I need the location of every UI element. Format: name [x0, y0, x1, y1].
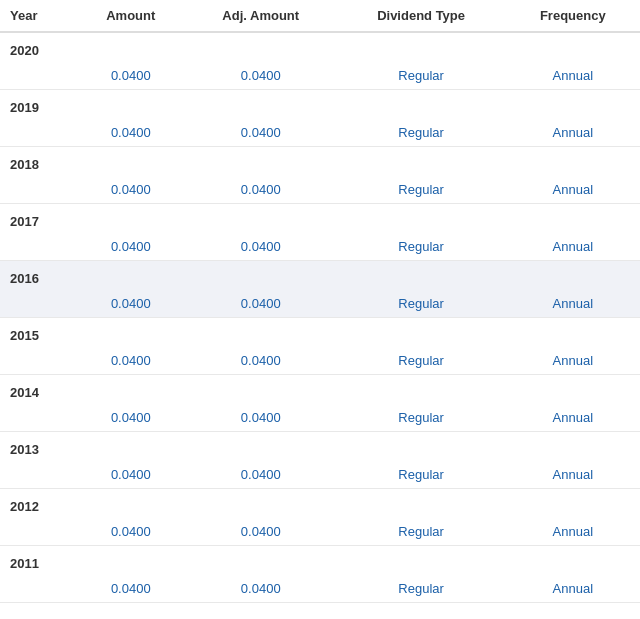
- table-year-row: 2015: [0, 318, 640, 348]
- year-type-empty: [337, 147, 506, 177]
- year-freq-empty: [506, 32, 640, 62]
- year-label: 2017: [0, 204, 77, 234]
- header-frequency: Frequency: [506, 0, 640, 32]
- data-dividend-type: Regular: [337, 518, 506, 546]
- table-row: 0.0400 0.0400 Regular Annual: [0, 404, 640, 432]
- data-year-cell: [0, 233, 77, 261]
- table-row: 0.0400 0.0400 Regular Annual: [0, 347, 640, 375]
- data-adj-amount: 0.0400: [185, 518, 337, 546]
- data-adj-amount: 0.0400: [185, 290, 337, 318]
- year-adj-empty: [185, 261, 337, 291]
- dividend-table: Year Amount Adj. Amount Dividend Type Fr…: [0, 0, 640, 603]
- table-row: 0.0400 0.0400 Regular Annual: [0, 290, 640, 318]
- year-adj-empty: [185, 90, 337, 120]
- data-amount: 0.0400: [77, 404, 185, 432]
- year-freq-empty: [506, 432, 640, 462]
- year-amount-empty: [77, 432, 185, 462]
- header-adj-amount: Adj. Amount: [185, 0, 337, 32]
- table-year-row: 2011: [0, 546, 640, 576]
- year-label: 2011: [0, 546, 77, 576]
- table-row: 0.0400 0.0400 Regular Annual: [0, 575, 640, 603]
- data-dividend-type: Regular: [337, 233, 506, 261]
- data-dividend-type: Regular: [337, 404, 506, 432]
- data-dividend-type: Regular: [337, 62, 506, 90]
- year-type-empty: [337, 318, 506, 348]
- year-type-empty: [337, 546, 506, 576]
- year-freq-empty: [506, 489, 640, 519]
- data-dividend-type: Regular: [337, 575, 506, 603]
- year-label: 2014: [0, 375, 77, 405]
- year-label: 2016: [0, 261, 77, 291]
- table-year-row: 2019: [0, 90, 640, 120]
- year-amount-empty: [77, 32, 185, 62]
- data-adj-amount: 0.0400: [185, 461, 337, 489]
- data-frequency: Annual: [506, 404, 640, 432]
- year-adj-empty: [185, 546, 337, 576]
- year-label: 2012: [0, 489, 77, 519]
- year-label: 2018: [0, 147, 77, 177]
- table-year-row: 2013: [0, 432, 640, 462]
- data-frequency: Annual: [506, 290, 640, 318]
- data-adj-amount: 0.0400: [185, 62, 337, 90]
- data-year-cell: [0, 347, 77, 375]
- table-row: 0.0400 0.0400 Regular Annual: [0, 176, 640, 204]
- data-adj-amount: 0.0400: [185, 233, 337, 261]
- year-freq-empty: [506, 318, 640, 348]
- data-amount: 0.0400: [77, 575, 185, 603]
- year-freq-empty: [506, 90, 640, 120]
- data-dividend-type: Regular: [337, 461, 506, 489]
- data-frequency: Annual: [506, 176, 640, 204]
- table-row: 0.0400 0.0400 Regular Annual: [0, 233, 640, 261]
- table-row: 0.0400 0.0400 Regular Annual: [0, 461, 640, 489]
- header-year: Year: [0, 0, 77, 32]
- year-amount-empty: [77, 261, 185, 291]
- data-dividend-type: Regular: [337, 176, 506, 204]
- year-amount-empty: [77, 204, 185, 234]
- year-label: 2013: [0, 432, 77, 462]
- data-year-cell: [0, 404, 77, 432]
- year-amount-empty: [77, 147, 185, 177]
- year-adj-empty: [185, 489, 337, 519]
- year-label: 2015: [0, 318, 77, 348]
- year-adj-empty: [185, 318, 337, 348]
- year-freq-empty: [506, 204, 640, 234]
- data-amount: 0.0400: [77, 518, 185, 546]
- year-adj-empty: [185, 204, 337, 234]
- table-year-row: 2020: [0, 32, 640, 62]
- data-adj-amount: 0.0400: [185, 575, 337, 603]
- table-year-row: 2018: [0, 147, 640, 177]
- table-year-row: 2012: [0, 489, 640, 519]
- year-adj-empty: [185, 147, 337, 177]
- year-freq-empty: [506, 375, 640, 405]
- year-type-empty: [337, 261, 506, 291]
- year-freq-empty: [506, 261, 640, 291]
- year-type-empty: [337, 90, 506, 120]
- year-label: 2020: [0, 32, 77, 62]
- year-type-empty: [337, 32, 506, 62]
- year-adj-empty: [185, 32, 337, 62]
- data-amount: 0.0400: [77, 233, 185, 261]
- table-row: 0.0400 0.0400 Regular Annual: [0, 518, 640, 546]
- data-amount: 0.0400: [77, 176, 185, 204]
- data-amount: 0.0400: [77, 347, 185, 375]
- year-amount-empty: [77, 90, 185, 120]
- data-year-cell: [0, 575, 77, 603]
- year-type-empty: [337, 432, 506, 462]
- data-year-cell: [0, 518, 77, 546]
- data-adj-amount: 0.0400: [185, 347, 337, 375]
- data-frequency: Annual: [506, 233, 640, 261]
- table-year-row: 2016: [0, 261, 640, 291]
- data-year-cell: [0, 461, 77, 489]
- data-year-cell: [0, 176, 77, 204]
- data-amount: 0.0400: [77, 290, 185, 318]
- data-dividend-type: Regular: [337, 290, 506, 318]
- data-frequency: Annual: [506, 461, 640, 489]
- data-year-cell: [0, 119, 77, 147]
- data-adj-amount: 0.0400: [185, 119, 337, 147]
- data-frequency: Annual: [506, 575, 640, 603]
- year-amount-empty: [77, 375, 185, 405]
- header-amount: Amount: [77, 0, 185, 32]
- data-frequency: Annual: [506, 119, 640, 147]
- year-freq-empty: [506, 147, 640, 177]
- data-frequency: Annual: [506, 347, 640, 375]
